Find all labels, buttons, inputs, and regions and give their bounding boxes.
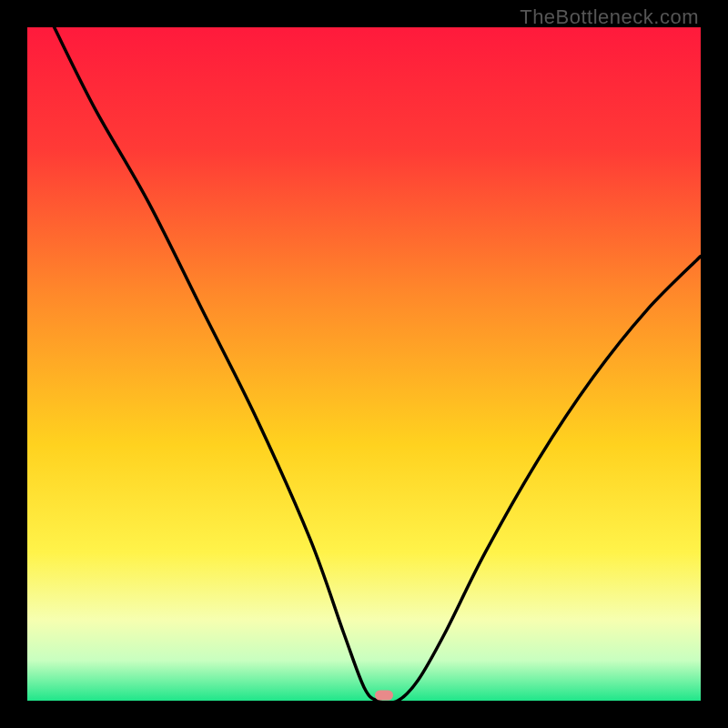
optimal-marker bbox=[375, 691, 393, 701]
bottleneck-curve bbox=[27, 27, 701, 701]
watermark-text: TheBottleneck.com bbox=[520, 5, 699, 29]
chart-frame: TheBottleneck.com bbox=[0, 0, 728, 728]
plot-area bbox=[27, 27, 701, 701]
